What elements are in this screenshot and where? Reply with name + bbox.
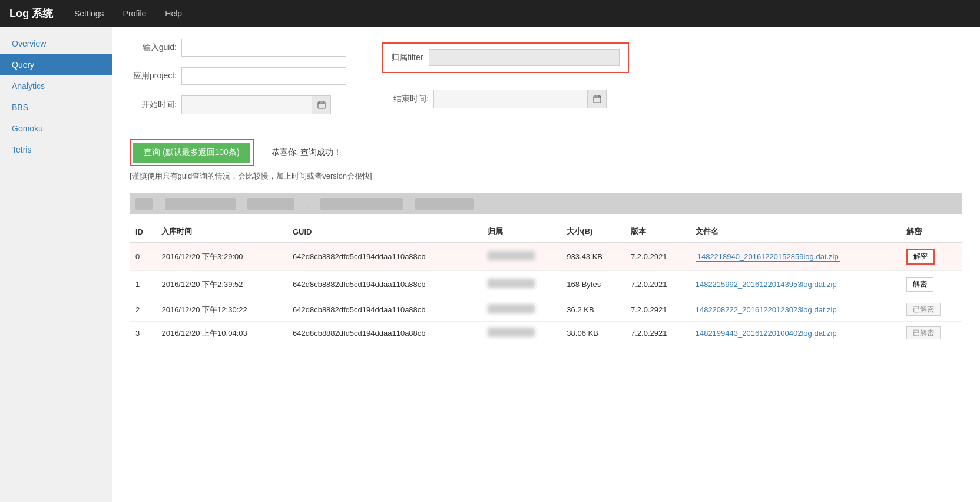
end-date-wrap [433, 90, 607, 108]
start-calendar-button[interactable] [312, 96, 330, 114]
nav-profile[interactable]: Profile [120, 6, 150, 21]
end-date-input[interactable] [434, 90, 587, 108]
blur-1 [135, 198, 153, 210]
col-time: 入库时间 [155, 222, 287, 242]
project-row: 应用project: [130, 67, 346, 85]
col-owner: 归属 [482, 222, 561, 242]
cell-version: 7.2.0.2921 [625, 322, 690, 345]
end-calendar-button[interactable] [587, 90, 606, 108]
start-time-row: 开始时间: [130, 95, 346, 114]
guid-label: 输入guid: [130, 42, 177, 53]
cell-version: 7.2.0.2921 [625, 298, 690, 322]
owner-blur [488, 328, 535, 337]
cell-decrypt: 已解密 [900, 322, 962, 345]
table-row: 3 2016/12/20 上午10:04:03 642d8cb8882dfd5c… [130, 322, 962, 345]
table-row: 0 2016/12/20 下午3:29:00 642d8cb8882dfd5cd… [130, 242, 962, 271]
data-table: ID 入库时间 GUID 归属 大小(B) 版本 文件名 解密 0 2016/1… [130, 222, 962, 345]
calendar-icon-end [593, 95, 601, 103]
filter-box: 归属filter [382, 42, 629, 73]
cell-size: 933.43 KB [561, 242, 625, 271]
blur-4 [320, 198, 403, 210]
blur-2 [165, 198, 236, 210]
cell-decrypt: 解密 [900, 271, 962, 298]
col-version: 版本 [625, 222, 690, 242]
query-area: 查询 (默认最多返回100条) 恭喜你, 查询成功！ [谨慎使用只有guid查询… [130, 139, 962, 181]
decrypt-button[interactable]: 解密 [906, 277, 933, 292]
cell-guid: 642d8cb8882dfd5cd194ddaa110a88cb [287, 242, 482, 271]
query-success-msg: 恭喜你, 查询成功！ [272, 147, 342, 158]
cell-id: 2 [130, 298, 155, 322]
cell-version: 7.2.0.2921 [625, 271, 690, 298]
cell-id: 1 [130, 271, 155, 298]
sidebar-item-analytics[interactable]: Analytics [0, 75, 112, 97]
project-input[interactable] [181, 67, 346, 85]
col-decrypt: 解密 [900, 222, 962, 242]
sidebar-item-gomoku[interactable]: Gomoku [0, 118, 112, 139]
page-layout: Overview Query Analytics BBS Gomoku Tetr… [0, 27, 980, 502]
cell-owner [482, 298, 561, 322]
query-note: [谨慎使用只有guid查询的情况，会比较慢，加上时间或者version会很快] [130, 171, 962, 181]
calendar-icon [317, 101, 326, 109]
filename-link[interactable]: 1482215992_20161220143953log.dat.zip [696, 280, 837, 289]
cell-filename: 1482215992_20161220143953log.dat.zip [690, 271, 900, 298]
cell-time: 2016/12/20 下午3:29:00 [155, 242, 287, 271]
filename-link[interactable]: 1482218940_20161220152859log.dat.zip [696, 252, 840, 262]
cell-decrypt: 解密 [900, 242, 962, 271]
cell-guid: 642d8cb8882dfd5cd194ddaa110a88cb [287, 271, 482, 298]
blur-3 [247, 198, 294, 210]
col-id: ID [130, 222, 155, 242]
svg-rect-0 [318, 102, 325, 108]
col-filename: 文件名 [690, 222, 900, 242]
owner-blur [488, 251, 535, 260]
form-left: 输入guid: 应用project: 开始时间: [130, 39, 346, 125]
col-guid: GUID [287, 222, 482, 242]
sidebar-item-bbs[interactable]: BBS [0, 97, 112, 118]
filename-link[interactable]: 1482199443_20161220100402log.dat.zip [696, 329, 837, 338]
start-date-input[interactable] [182, 96, 312, 114]
nav-settings[interactable]: Settings [71, 6, 108, 21]
cell-filename: 1482208222_20161220123023log.dat.zip [690, 298, 900, 322]
cell-guid: 642d8cb8882dfd5cd194ddaa110a88cb [287, 322, 482, 345]
decrypt-button[interactable]: 解密 [906, 249, 935, 265]
cell-size: 36.2 KB [561, 298, 625, 322]
guid-row: 输入guid: [130, 39, 346, 57]
app-brand: Log 系统 [9, 6, 53, 21]
cell-size: 168 Bytes [561, 271, 625, 298]
svg-rect-4 [594, 96, 601, 103]
start-label: 开始时间: [130, 100, 177, 110]
cell-owner [482, 242, 561, 271]
project-label: 应用project: [130, 71, 177, 81]
form-right: 归属filter 结束时间: [382, 39, 629, 119]
decrypted-label: 已解密 [906, 326, 941, 339]
sidebar-item-overview[interactable]: Overview [0, 33, 112, 54]
cell-filename: 1482218940_20161220152859log.dat.zip [690, 242, 900, 271]
filter-input[interactable] [429, 49, 620, 66]
cell-filename: 1482199443_20161220100402log.dat.zip [690, 322, 900, 345]
cell-time: 2016/12/20 下午2:39:52 [155, 271, 287, 298]
blurred-bar: . [130, 193, 962, 214]
filename-link[interactable]: 1482208222_20161220123023log.dat.zip [696, 305, 837, 314]
decrypted-label: 已解密 [906, 303, 941, 316]
cell-id: 0 [130, 242, 155, 271]
cell-time: 2016/12/20 上午10:04:03 [155, 322, 287, 345]
sidebar-item-query[interactable]: Query [0, 54, 112, 75]
cell-decrypt: 已解密 [900, 298, 962, 322]
table-row: 1 2016/12/20 下午2:39:52 642d8cb8882dfd5cd… [130, 271, 962, 298]
main-content: 输入guid: 应用project: 开始时间: [112, 27, 980, 502]
top-navbar: Log 系统 Settings Profile Help [0, 0, 980, 27]
end-label: 结束时间: [382, 94, 429, 104]
cell-owner [482, 322, 561, 345]
cell-size: 38.06 KB [561, 322, 625, 345]
sidebar-item-tetris[interactable]: Tetris [0, 139, 112, 160]
nav-help[interactable]: Help [161, 6, 186, 21]
cell-version: 7.2.0.2921 [625, 242, 690, 271]
query-button-wrap: 查询 (默认最多返回100条) [130, 139, 254, 166]
start-date-wrap [181, 95, 331, 114]
cell-guid: 642d8cb8882dfd5cd194ddaa110a88cb [287, 298, 482, 322]
cell-id: 3 [130, 322, 155, 345]
table-row: 2 2016/12/20 下午12:30:22 642d8cb8882dfd5c… [130, 298, 962, 322]
guid-input[interactable] [181, 39, 346, 57]
query-button[interactable]: 查询 (默认最多返回100条) [133, 143, 250, 163]
sidebar: Overview Query Analytics BBS Gomoku Tetr… [0, 27, 112, 502]
blur-dot: . [306, 200, 309, 209]
